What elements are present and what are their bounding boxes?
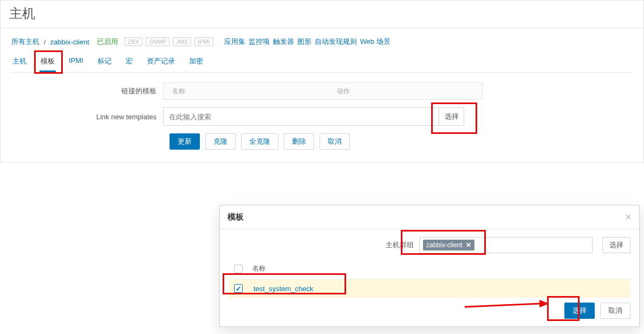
- chip-text: zabbix-client: [426, 241, 463, 249]
- full-clone-button[interactable]: 全克隆: [241, 133, 278, 150]
- nav-items[interactable]: 监控项: [249, 37, 270, 47]
- breadcrumb-all-hosts[interactable]: 所有主机: [11, 37, 40, 47]
- breadcrumb: 所有主机 / zabbix-client 已启用 ZBX SNMP JMX IP…: [11, 34, 633, 52]
- nav-graphs[interactable]: 图形: [297, 37, 311, 47]
- pill-ipmi: IPMI: [194, 37, 213, 46]
- modal-select-group-button[interactable]: 选择: [602, 237, 630, 253]
- linked-templates-box: 名称 动作: [163, 82, 483, 100]
- tab-inventory[interactable]: 资产记录: [146, 53, 176, 72]
- sub-tabs: 主机 模板 IPMI 标记 宏 资产记录 加密: [11, 52, 633, 73]
- pill-zbx: ZBX: [125, 37, 142, 46]
- pill-snmp: SNMP: [146, 37, 170, 46]
- status-enabled: 已启用: [97, 37, 118, 47]
- select-button[interactable]: 选择: [439, 107, 464, 126]
- cancel-button[interactable]: 取消: [320, 133, 350, 150]
- breadcrumb-host[interactable]: zabbix-client: [50, 38, 89, 46]
- template-modal: 模板 × 主机群组 zabbix-client ✕ 选择 名称 ✓ test_s…: [219, 205, 640, 327]
- table-header: 名称: [229, 261, 630, 279]
- nav-apps[interactable]: 应用集: [224, 37, 245, 47]
- table-row[interactable]: ✓ test_system_check: [229, 279, 630, 298]
- modal-title: 模板: [227, 212, 244, 222]
- modal-cancel-button[interactable]: 取消: [600, 303, 630, 319]
- pill-jmx: JMX: [173, 37, 191, 46]
- search-input[interactable]: [163, 107, 439, 126]
- tab-host[interactable]: 主机: [11, 53, 28, 72]
- tab-ipmi[interactable]: IPMI: [68, 53, 84, 72]
- delete-button[interactable]: 删除: [284, 133, 314, 150]
- row-checkbox[interactable]: ✓: [234, 284, 243, 293]
- separator: /: [44, 38, 46, 46]
- group-label: 主机群组: [386, 240, 414, 250]
- col-name-header: 名称: [252, 264, 265, 273]
- tab-template[interactable]: 模板: [40, 53, 56, 72]
- tab-tags[interactable]: 标记: [96, 53, 113, 72]
- nav-web[interactable]: Web 场景: [360, 37, 391, 47]
- clone-button[interactable]: 克隆: [205, 133, 236, 150]
- nav-triggers[interactable]: 触发器: [273, 37, 294, 47]
- tab-macros[interactable]: 宏: [125, 53, 134, 72]
- group-chip[interactable]: zabbix-client ✕: [423, 240, 474, 251]
- label-linked-templates: 链接的模板: [11, 86, 163, 96]
- chip-remove-icon[interactable]: ✕: [466, 241, 471, 249]
- nav-discovery[interactable]: 自动发现规则: [315, 37, 357, 47]
- row-link[interactable]: test_system_check: [253, 285, 314, 293]
- modal-ok-button[interactable]: 选择: [564, 303, 595, 319]
- label-link-new: Link new templates: [11, 113, 163, 121]
- linked-col-name: 名称: [172, 87, 185, 96]
- page-title: 主机: [1, 1, 643, 28]
- update-button[interactable]: 更新: [170, 133, 200, 150]
- actions-row: 更新 克隆 全克隆 删除 取消: [170, 133, 633, 150]
- close-icon[interactable]: ×: [625, 211, 632, 223]
- group-chip-input[interactable]: zabbix-client ✕: [419, 237, 593, 253]
- tab-encryption[interactable]: 加密: [188, 53, 204, 72]
- select-all-checkbox[interactable]: [234, 265, 243, 273]
- linked-col-action: 动作: [337, 87, 350, 96]
